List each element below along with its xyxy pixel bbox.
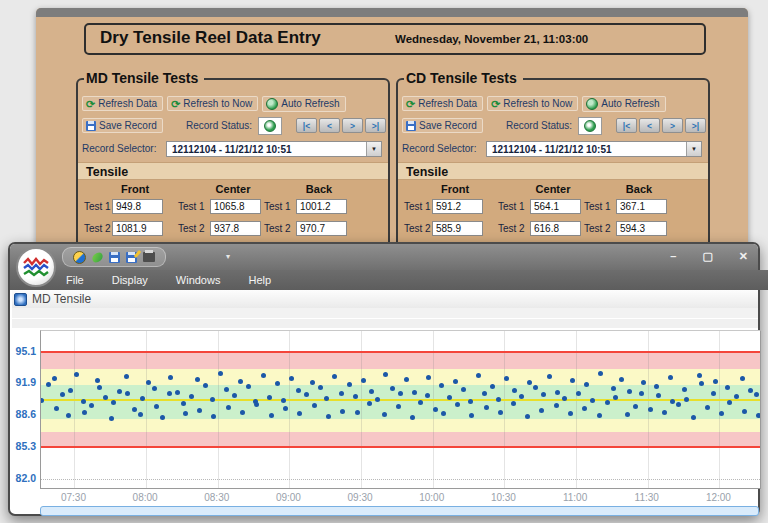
menu-windows[interactable]: Windows bbox=[176, 274, 221, 286]
save-record-button[interactable]: Save Record bbox=[82, 118, 163, 133]
refresh-data-button[interactable]: ⟳Refresh Data bbox=[402, 96, 483, 111]
tensile-row-label: Test 1 bbox=[404, 201, 431, 212]
prev-record-button[interactable]: < bbox=[319, 118, 340, 133]
tensile-row-label: Test 2 bbox=[498, 223, 525, 234]
data-point bbox=[390, 386, 395, 391]
menu-display[interactable]: Display bbox=[112, 274, 148, 286]
data-point bbox=[318, 385, 323, 390]
print-icon[interactable] bbox=[143, 252, 155, 262]
record-selector-dropdown[interactable]: 12112104 - 11/21/12 10:51▼ bbox=[486, 141, 702, 157]
last-record-button[interactable]: >| bbox=[685, 118, 706, 133]
first-record-button[interactable]: |< bbox=[296, 118, 317, 133]
data-point bbox=[361, 378, 366, 383]
entry-window-titlebar[interactable] bbox=[36, 8, 748, 17]
data-point bbox=[167, 391, 172, 396]
tensile-value-input[interactable] bbox=[530, 221, 581, 236]
entry-header-box: Dry Tensile Reel Data Entry Wednesday, N… bbox=[84, 23, 706, 55]
horizontal-scrollbar[interactable] bbox=[40, 506, 759, 516]
close-button[interactable]: ✕ bbox=[739, 248, 748, 264]
pencil-icon bbox=[134, 249, 141, 257]
data-point bbox=[568, 411, 573, 416]
next-record-button[interactable]: > bbox=[662, 118, 683, 133]
refresh-to-now-label: Refresh to Now bbox=[183, 98, 252, 109]
auto-refresh-button[interactable]: Auto Refresh bbox=[582, 96, 665, 112]
last-record-button[interactable]: >| bbox=[365, 118, 386, 133]
data-point bbox=[95, 378, 100, 383]
tensile-value-input[interactable] bbox=[616, 221, 667, 236]
dropdown-arrow-icon[interactable]: ▼ bbox=[366, 142, 381, 156]
data-point bbox=[648, 407, 653, 412]
record-selector-dropdown[interactable]: 12112104 - 11/21/12 10:51▼ bbox=[166, 141, 382, 157]
prev-record-button[interactable]: < bbox=[639, 118, 660, 133]
tensile-column-header: Back bbox=[626, 183, 652, 195]
data-point bbox=[611, 386, 616, 391]
save-record-button[interactable]: Save Record bbox=[402, 118, 483, 133]
chart-window-titlebar[interactable]: ▾ – ▢ ✕ bbox=[10, 244, 758, 270]
tensile-value-input[interactable] bbox=[296, 221, 347, 236]
tensile-value-input[interactable] bbox=[210, 199, 261, 214]
toolbar-options-caret-icon[interactable]: ▾ bbox=[226, 252, 230, 261]
data-point bbox=[742, 409, 747, 414]
next-record-button[interactable]: > bbox=[342, 118, 363, 133]
data-point bbox=[554, 403, 559, 408]
data-point bbox=[697, 373, 702, 378]
data-point bbox=[619, 377, 624, 382]
menu-file[interactable]: File bbox=[66, 274, 84, 286]
data-point bbox=[433, 407, 438, 412]
save-as-icon[interactable] bbox=[126, 252, 137, 263]
tensile-value-input[interactable] bbox=[112, 221, 163, 236]
tensile-value-input[interactable] bbox=[432, 221, 483, 236]
tensile-value-input[interactable] bbox=[210, 221, 261, 236]
tensile-value-input[interactable] bbox=[112, 199, 163, 214]
tensile-value-input[interactable] bbox=[432, 199, 483, 214]
first-record-button[interactable]: |< bbox=[616, 118, 637, 133]
y-axis-tick-label: 85.3 bbox=[12, 440, 36, 452]
data-point bbox=[296, 388, 301, 393]
document-tab-bar[interactable]: MD Tensile bbox=[12, 290, 758, 309]
data-point bbox=[310, 380, 315, 385]
app-logo-icon[interactable] bbox=[16, 247, 56, 287]
tensile-row-label: Test 1 bbox=[498, 201, 525, 212]
refresh-data-button[interactable]: ⟳Refresh Data bbox=[82, 96, 163, 111]
minimize-button[interactable]: – bbox=[670, 248, 676, 264]
plot-area[interactable] bbox=[40, 330, 761, 489]
data-point bbox=[81, 399, 86, 404]
vertical-gridline bbox=[218, 331, 219, 488]
tensile-value-input[interactable] bbox=[296, 199, 347, 214]
auto-refresh-button[interactable]: Auto Refresh bbox=[262, 96, 345, 112]
y-axis-tick-label: 95.1 bbox=[12, 345, 36, 357]
data-point bbox=[584, 382, 589, 387]
data-point bbox=[226, 405, 231, 410]
vertical-gridline bbox=[361, 331, 362, 488]
record-unlocked-icon bbox=[584, 120, 596, 132]
tensile-row-label: Test 1 bbox=[264, 201, 291, 212]
maximize-button[interactable]: ▢ bbox=[702, 248, 712, 264]
auto-refresh-icon bbox=[586, 98, 598, 110]
dropdown-arrow-icon[interactable]: ▼ bbox=[686, 142, 701, 156]
data-point bbox=[261, 373, 266, 378]
record-unlocked-icon bbox=[264, 120, 276, 132]
highlighter-icon[interactable] bbox=[91, 251, 104, 263]
tensile-value-input[interactable] bbox=[530, 199, 581, 214]
data-point bbox=[461, 387, 466, 392]
data-point-icon[interactable] bbox=[73, 251, 86, 264]
refresh-icon: ⟳ bbox=[86, 99, 95, 109]
x-axis-tick-label: 11:30 bbox=[635, 492, 659, 503]
refresh-now-icon: ⟳ bbox=[491, 99, 500, 109]
x-axis-tick-label: 10:00 bbox=[419, 492, 444, 503]
record-status-indicator bbox=[258, 117, 282, 135]
data-point bbox=[355, 410, 360, 415]
save-icon[interactable] bbox=[109, 252, 120, 263]
spec-band bbox=[41, 385, 760, 419]
refresh-data-label: Refresh Data bbox=[418, 98, 477, 109]
tensile-row-label: Test 2 bbox=[264, 223, 291, 234]
y-axis-tick-label: 88.6 bbox=[12, 408, 36, 420]
menu-help[interactable]: Help bbox=[248, 274, 271, 286]
vertical-gridline bbox=[146, 331, 147, 488]
record-status-label: Record Status: bbox=[506, 120, 572, 131]
refresh-to-now-button[interactable]: ⟳Refresh to Now bbox=[167, 96, 258, 111]
data-point bbox=[533, 385, 538, 390]
tensile-value-input[interactable] bbox=[616, 199, 667, 214]
x-axis-tick-label: 12:00 bbox=[706, 492, 731, 503]
refresh-to-now-button[interactable]: ⟳Refresh to Now bbox=[487, 96, 578, 111]
